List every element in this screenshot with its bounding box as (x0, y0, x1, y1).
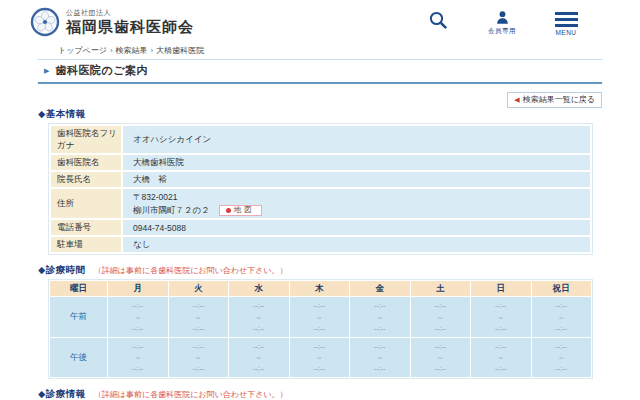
time-slot-line: ～ (532, 352, 592, 363)
time-slot-line: --:-- (532, 341, 592, 352)
member-area-label: 会員専用 (488, 27, 516, 36)
time-slot-line: ～ (108, 352, 168, 363)
day-column-header: 水 (229, 281, 289, 296)
time-slot-line: ～ (108, 312, 168, 323)
table-row: 歯科医院名フリガナオオハシシカイイン (51, 126, 590, 153)
time-slot-cell: --:--～--:-- (108, 297, 168, 337)
time-slot-line: ～ (229, 312, 289, 323)
time-slot-cell: --:--～--:-- (108, 338, 168, 378)
time-slot-line: --:-- (532, 363, 592, 374)
time-slot-cell: --:--～--:-- (169, 297, 229, 337)
day-column-header: 日 (471, 281, 531, 296)
time-slot-line: --:-- (471, 323, 531, 334)
time-slot-line: --:-- (169, 300, 229, 311)
site-header: 公益社団法人 福岡県歯科医師会 会員専用 (0, 0, 640, 44)
hours-heading: ◆診療時間 (38, 264, 86, 277)
time-slot-cell: --:--～--:-- (169, 338, 229, 378)
day-column-header: 祝日 (532, 281, 592, 296)
address-line: 〒832-0021 (133, 191, 586, 204)
dental-association-emblem-icon (30, 7, 60, 37)
back-arrow-icon: ◀ (514, 96, 519, 103)
map-button[interactable]: 地図 (219, 205, 262, 216)
time-slot-line: --:-- (169, 363, 229, 374)
map-pin-icon (226, 208, 231, 213)
search-button[interactable] (418, 10, 458, 36)
row-label: 歯科医院名 (51, 155, 121, 170)
time-slot-line: ～ (532, 312, 592, 323)
search-icon (428, 10, 449, 31)
day-column-header: 曜日 (50, 281, 107, 296)
table-row: 歯科医院名大橋歯科医院 (51, 155, 590, 170)
row-value: 0944-74-5088 (123, 220, 590, 235)
time-slot-cell: --:--～--:-- (471, 297, 531, 337)
row-label: 駐車場 (51, 237, 121, 252)
time-slot-line: --:-- (229, 323, 289, 334)
hours-row-label: 午後 (50, 338, 107, 378)
address-text: 柳川市隅町７２の２ (133, 204, 210, 217)
hours-note: （詳細は事前に各歯科医院にお問い合わせ下さい。） (94, 265, 288, 276)
time-slot-cell: --:--～--:-- (471, 338, 531, 378)
hours-section-head: ◆診療時間 （詳細は事前に各歯科医院にお問い合わせ下さい。） (38, 264, 602, 276)
logo-text: 公益社団法人 福岡県歯科医師会 (66, 8, 194, 37)
time-slot-line: --:-- (108, 363, 168, 374)
day-column-header: 土 (411, 281, 471, 296)
time-slot-cell: --:--～--:-- (411, 297, 471, 337)
time-slot-line: ～ (411, 312, 471, 323)
time-slot-line: --:-- (411, 363, 471, 374)
treatment-info-heading: ◆診療情報 (38, 388, 86, 400)
time-slot-line: --:-- (108, 300, 168, 311)
day-column-header: 月 (108, 281, 168, 296)
time-slot-line: --:-- (169, 341, 229, 352)
basic-info-table: 歯科医院名フリガナオオハシシカイイン歯科医院名大橋歯科医院院長氏名大橋 裕住所〒… (48, 123, 593, 255)
time-slot-line: --:-- (108, 323, 168, 334)
table-row: 駐車場なし (51, 237, 590, 252)
org-name-title: 福岡県歯科医師会 (66, 18, 194, 37)
menu-button[interactable]: MENU (546, 10, 586, 36)
hamburger-menu-icon (555, 10, 578, 27)
time-slot-line: --:-- (532, 323, 592, 334)
breadcrumb-separator: › (151, 46, 154, 55)
page-title: 歯科医院のご案内 (55, 63, 148, 78)
time-slot-line: ～ (290, 352, 350, 363)
time-slot-line: --:-- (350, 323, 410, 334)
person-icon (495, 10, 510, 25)
time-slot-line: --:-- (350, 363, 410, 374)
time-slot-cell: --:--～--:-- (290, 338, 350, 378)
time-slot-line: --:-- (350, 341, 410, 352)
row-value: 〒832-0021柳川市隅町７２の２地図 (123, 189, 590, 218)
breadcrumb-item: 大橋歯科医院 (156, 46, 204, 55)
table-row: 住所〒832-0021柳川市隅町７２の２地図 (51, 189, 590, 218)
address-line: 柳川市隅町７２の２地図 (133, 204, 586, 217)
time-slot-line: --:-- (411, 341, 471, 352)
time-slot-line: --:-- (411, 323, 471, 334)
hours-row: 午後--:--～--:----:--～--:----:--～--:----:--… (50, 338, 591, 378)
breadcrumb: トップページ›検索結果›大橋歯科医院 (0, 44, 640, 57)
back-link-label: 検索結果一覧に戻る (523, 94, 595, 105)
time-slot-cell: --:--～--:-- (350, 297, 410, 337)
site-logo[interactable]: 公益社団法人 福岡県歯科医師会 (30, 7, 194, 37)
time-slot-line: --:-- (229, 363, 289, 374)
time-slot-line: --:-- (350, 300, 410, 311)
page: 公益社団法人 福岡県歯科医師会 会員専用 (0, 0, 640, 400)
hours-table: 曜日月火水木金土日祝日 午前--:--～--:----:--～--:----:-… (48, 279, 593, 379)
breadcrumb-item[interactable]: トップページ (58, 46, 107, 55)
time-slot-line: --:-- (229, 341, 289, 352)
table-row: 電話番号0944-74-5088 (51, 220, 590, 235)
breadcrumb-item[interactable]: 検索結果 (116, 46, 148, 55)
row-label: 電話番号 (51, 220, 121, 235)
back-to-results-link[interactable]: ◀ 検索結果一覧に戻る (507, 92, 602, 108)
member-area-button[interactable]: 会員専用 (482, 10, 522, 36)
day-column-header: 金 (350, 281, 410, 296)
back-row: ◀ 検索結果一覧に戻る (38, 88, 602, 103)
time-slot-cell: --:--～--:-- (229, 297, 289, 337)
hours-row-label: 午前 (50, 297, 107, 337)
row-value: 大橋 裕 (123, 172, 590, 187)
row-label: 住所 (51, 189, 121, 218)
row-value: オオハシシカイイン (123, 126, 590, 153)
basic-info-section-head: ◆基本情報 (38, 108, 602, 120)
table-row: 院長氏名大橋 裕 (51, 172, 590, 187)
day-column-header: 木 (290, 281, 350, 296)
time-slot-cell: --:--～--:-- (411, 338, 471, 378)
org-type-label: 公益社団法人 (66, 8, 194, 18)
row-label: 歯科医院名フリガナ (51, 126, 121, 153)
